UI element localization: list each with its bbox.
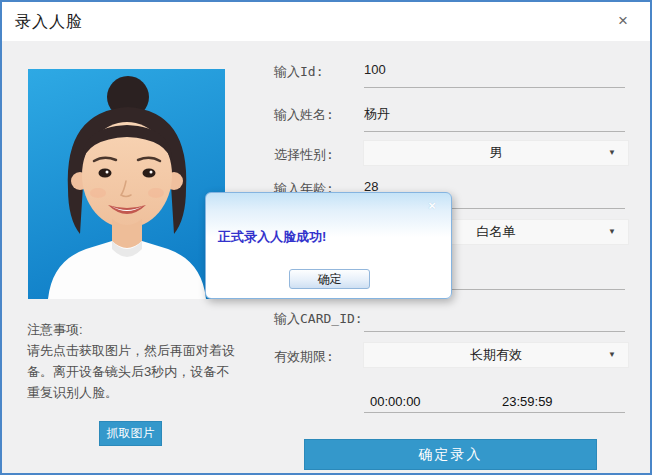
id-input[interactable]: 100	[364, 62, 625, 77]
list-type-select-value: 白名单	[477, 224, 516, 239]
name-label: 输入姓名:	[274, 106, 334, 124]
notes-block: 注意事项: 请先点击获取图片，然后再面对着设 备。离开设备镜头后3秒内，设备不 …	[27, 319, 252, 403]
validity-label: 有效期限:	[274, 348, 334, 366]
confirm-enroll-button[interactable]: 确定录入	[304, 439, 597, 470]
titlebar: 录入人脸 ×	[2, 2, 650, 41]
card-id-label: 输入CARD_ID:	[274, 310, 363, 328]
portrait-photo-image	[28, 69, 225, 299]
gender-select[interactable]: 男 ▼	[363, 140, 629, 166]
dialog-close-icon[interactable]: ×	[424, 198, 440, 214]
card-id-input-underline	[364, 331, 625, 332]
time-end-input[interactable]: 23:59:59	[502, 394, 553, 409]
portrait-photo	[28, 69, 225, 299]
dropdown-arrow-icon: ▼	[608, 220, 616, 244]
capture-image-button[interactable]: 抓取图片	[99, 421, 162, 446]
id-label: 输入Id:	[274, 63, 323, 81]
window-title: 录入人脸	[15, 12, 83, 33]
window-close-icon[interactable]: ×	[612, 10, 634, 32]
validity-select-value: 长期有效	[470, 347, 522, 362]
time-start-input[interactable]: 00:00:00	[370, 394, 421, 409]
notes-line: 请先点击获取图片，然后再面对着设	[27, 340, 252, 361]
validity-select[interactable]: 长期有效 ▼	[363, 342, 629, 368]
time-underline	[364, 412, 625, 413]
dialog-message: 正式录入人脸成功!	[218, 228, 326, 246]
name-input[interactable]: 杨丹	[364, 105, 625, 123]
enroll-face-window: 录入人脸 ×	[0, 0, 652, 475]
dropdown-arrow-icon: ▼	[608, 343, 616, 367]
gender-label: 选择性别:	[274, 146, 334, 164]
notes-line: 重复识别人脸。	[27, 382, 252, 403]
name-input-underline	[364, 131, 625, 132]
gender-select-value: 男	[490, 145, 503, 160]
dropdown-arrow-icon: ▼	[608, 141, 616, 165]
notes-line: 备。离开设备镜头后3秒内，设备不	[27, 361, 252, 382]
id-input-underline	[364, 87, 625, 88]
success-dialog: × 正式录入人脸成功! 确定	[205, 192, 452, 299]
dialog-ok-button[interactable]: 确定	[289, 269, 370, 289]
notes-title: 注意事项:	[27, 319, 252, 340]
